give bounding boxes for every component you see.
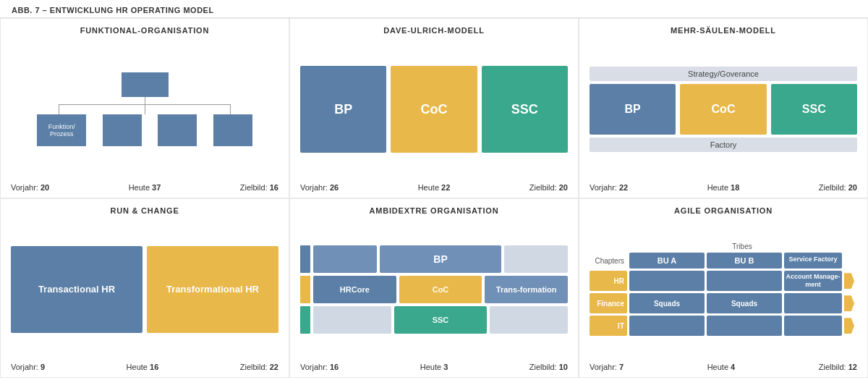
agile-finance-account — [784, 293, 842, 313]
agile-it-squads-2 — [707, 316, 782, 336]
org-box-3 — [158, 114, 197, 146]
agile-tribes-label: Tribes — [627, 242, 857, 250]
agile-it-squads-1 — [629, 316, 705, 336]
card-body-du: BP CoC SSC — [300, 41, 568, 179]
heute-label-6: Heute 4 — [707, 363, 736, 371]
amb-ssc-center: SSC — [394, 306, 487, 334]
card-title-rc: RUN & CHANGE — [11, 206, 278, 215]
amb-transf: Trans-formation — [485, 276, 568, 303]
card-mehr-saeulen: MEHR-SÄULEN-MODELL Strategy/Goverance BP… — [579, 18, 868, 198]
card-footer-agile: Vorjahr: 7 Heute 4 Zielbild: 12 — [590, 363, 857, 371]
card-body-funktional: Funktion/Prozess — [11, 41, 278, 179]
amb-bp-right — [504, 245, 568, 273]
zielbild-label-5: Zielbild: 10 — [529, 363, 568, 371]
amb-stripe-blue-1 — [300, 245, 310, 273]
card-funktional: FUNKTIONAL-ORGANISATION Funktion/Prozess — [0, 18, 289, 198]
agile-arrow-finance-shape — [844, 295, 854, 311]
agile-arrow-it-shape — [844, 318, 854, 334]
org-line-v — [145, 97, 145, 104]
amb-container: BP HRCore CoC Trans-formation — [300, 245, 568, 334]
agile-finance-squads-2: Squads — [707, 293, 782, 313]
card-ambidextre: AMBIDEXTRE ORGANISATION BP HRCore — [289, 198, 579, 379]
du-bp: BP — [300, 66, 386, 153]
ms-factory-banner: Factory — [590, 138, 857, 152]
agile-hr-squads-1 — [629, 271, 705, 291]
main-grid: FUNKTIONAL-ORGANISATION Funktion/Prozess — [0, 18, 868, 378]
org-h-connector — [37, 104, 252, 114]
amb-ssc-left — [313, 306, 391, 334]
amb-hrc-row: HRCore CoC Trans-formation — [300, 276, 568, 303]
page-header: ABB. 7 – ENTWICKLUNG HR OPERATING MODEL — [0, 0, 868, 18]
ms-container: Strategy/Goverance BP CoC SSC Factory — [590, 67, 857, 152]
agile-hr-label: HR — [590, 271, 627, 291]
ms-main-row: BP CoC SSC — [590, 84, 857, 135]
card-footer-funktional: Vorjahr: 20 Heute 37 Zielbild: 16 — [11, 183, 278, 192]
du-row: BP CoC SSC — [300, 66, 568, 153]
card-footer-amb: Vorjahr: 16 Heute 3 Zielbild: 10 — [300, 363, 568, 371]
ms-bp: BP — [590, 84, 676, 135]
agile-container: Tribes Chapters BU A BU B Service Factor… — [590, 242, 857, 336]
agile-bua-header: BU A — [629, 253, 705, 269]
agile-it-label: IT — [590, 316, 627, 336]
amb-bp-inner: BP — [313, 245, 568, 273]
card-body-amb: BP HRCore CoC Trans-formation — [300, 221, 568, 359]
org-box-funktion: Funktion/Prozess — [37, 114, 86, 146]
heute-label-5: Heute 3 — [420, 363, 448, 371]
heute-label-2: Heute 22 — [418, 183, 451, 192]
agile-hr-row: HR Account Manage-ment — [590, 271, 857, 291]
heute-label-4: Heute 16 — [127, 363, 159, 371]
du-coc: CoC — [391, 66, 477, 153]
amb-hrc-inner: HRCore CoC Trans-formation — [313, 276, 568, 303]
agile-arrow-hr-shape — [844, 273, 854, 289]
amb-bp-label: BP — [380, 245, 501, 273]
ms-coc: CoC — [680, 84, 766, 135]
amb-stripe-yellow — [300, 276, 310, 303]
agile-it-row: IT — [590, 316, 857, 336]
agile-finance-squads-1: Squads — [629, 293, 705, 313]
org-box-4 — [213, 114, 252, 146]
agile-header-grid: Chapters BU A BU B Service Factory — [590, 253, 857, 269]
agile-arrow-finance — [844, 293, 857, 313]
amb-stripe-teal — [300, 306, 310, 334]
agile-arrow-hr — [844, 271, 857, 291]
card-footer-rc: Vorjahr: 9 Heute 16 Zielbild: 22 — [11, 363, 278, 371]
vorjahr-label-6: Vorjahr: 7 — [590, 363, 624, 371]
card-title-agile: AGILE ORGANISATION — [590, 206, 857, 215]
card-body-rc: Transactional HR Transformational HR — [11, 221, 278, 359]
org-row: Funktion/Prozess — [37, 114, 252, 146]
card-footer-ms: Vorjahr: 22 Heute 18 Zielbild: 20 — [590, 183, 857, 192]
amb-bp-row: BP — [300, 245, 568, 273]
amb-hrcore: HRCore — [313, 276, 396, 303]
agile-spacer — [590, 242, 627, 250]
zielbild-label-4: Zielbild: 22 — [240, 363, 278, 371]
vorjahr-label-4: Vorjahr: 9 — [11, 363, 45, 371]
page-title: ABB. 7 – ENTWICKLUNG HR OPERATING MODEL — [12, 6, 214, 14]
org-box-2 — [103, 114, 142, 146]
card-title-amb: AMBIDEXTRE ORGANISATION — [300, 206, 568, 215]
vorjahr-label-5: Vorjahr: 16 — [300, 363, 339, 371]
rc-row: Transactional HR Transformational HR — [11, 246, 278, 333]
agile-tribes-row: Tribes — [590, 242, 857, 250]
org-top-box — [122, 72, 169, 97]
card-title-funktional: FUNKTIONAL-ORGANISATION — [11, 26, 278, 35]
vorjahr-label-1: Vorjahr: 20 — [11, 183, 49, 192]
agile-finance-label: Finance — [590, 293, 627, 313]
agile-service-factory-header: Service Factory — [784, 253, 842, 269]
rc-transactional: Transactional HR — [11, 246, 142, 333]
card-run-change: RUN & CHANGE Transactional HR Transforma… — [0, 198, 289, 379]
zielbild-label-1: Zielbild: 16 — [240, 183, 278, 192]
card-body-ms: Strategy/Goverance BP CoC SSC Factory — [590, 41, 857, 179]
card-title-du: DAVE-ULRICH-MODELL — [300, 26, 568, 35]
agile-account-mgmt: Account Manage-ment — [784, 271, 842, 291]
org-tree: Funktion/Prozess — [11, 72, 278, 146]
ms-ssc: SSC — [771, 84, 857, 135]
amb-ssc-right — [490, 306, 568, 334]
amb-bp-center — [313, 245, 377, 273]
rc-transformational: Transformational HR — [147, 246, 278, 333]
agile-arrow-it — [844, 316, 857, 336]
card-footer-du: Vorjahr: 26 Heute 22 Zielbild: 20 — [300, 183, 568, 192]
zielbild-label-3: Zielbild: 20 — [819, 183, 857, 192]
agile-chapters-label: Chapters — [590, 253, 627, 269]
card-title-ms: MEHR-SÄULEN-MODELL — [590, 26, 857, 35]
vorjahr-label-2: Vorjahr: 26 — [300, 183, 339, 192]
